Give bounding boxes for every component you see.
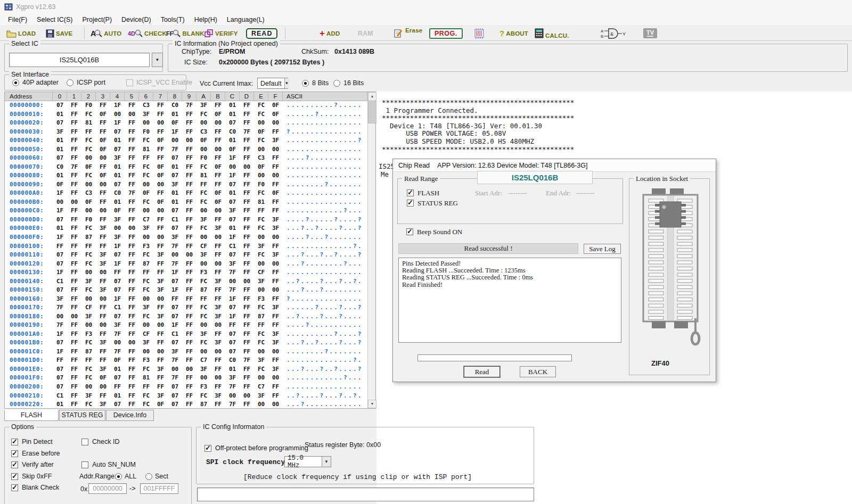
hex-byte-cell[interactable]: 0F xyxy=(139,189,153,198)
hex-byte-cell[interactable]: FF xyxy=(240,365,254,374)
hex-byte-cell[interactable]: FF xyxy=(125,286,139,295)
hex-byte-cell[interactable]: FF xyxy=(268,198,283,207)
hex-byte-cell[interactable]: FF xyxy=(182,268,196,277)
hex-byte-cell[interactable]: 3F xyxy=(96,365,110,374)
hex-byte-cell[interactable]: 00 xyxy=(67,312,81,321)
hex-ascii-cell[interactable]: ............?... xyxy=(283,206,367,216)
hex-byte-cell[interactable]: 07 xyxy=(53,216,67,225)
hex-byte-cell[interactable]: FF xyxy=(96,277,110,286)
hex-byte-cell[interactable]: FF xyxy=(125,268,139,277)
hex-byte-cell[interactable]: 1F xyxy=(110,242,125,251)
hex-byte-cell[interactable]: 07 xyxy=(168,338,182,348)
hex-byte-cell[interactable]: 07 xyxy=(110,400,125,409)
hex-byte-cell[interactable]: FF xyxy=(67,216,81,225)
hex-byte-cell[interactable]: 01 xyxy=(225,365,240,374)
hex-byte-cell[interactable]: 00 xyxy=(240,392,254,401)
hex-byte-cell[interactable]: 0F xyxy=(96,374,110,383)
hex-byte-cell[interactable]: C0 xyxy=(168,101,182,110)
hex-byte-cell[interactable]: FF xyxy=(211,383,225,392)
hex-byte-cell[interactable]: FF xyxy=(240,260,254,269)
hex-byte-cell[interactable]: FF xyxy=(211,400,225,409)
hex-byte-cell[interactable]: FF xyxy=(153,128,168,137)
hex-byte-cell[interactable]: 01 xyxy=(225,224,240,233)
hex-byte-cell[interactable]: 00 xyxy=(254,286,268,295)
logic-test-button[interactable]: A B & Y xyxy=(601,26,627,40)
hex-byte-cell[interactable]: 00 xyxy=(153,119,168,128)
hex-byte-cell[interactable]: FC xyxy=(139,198,153,207)
hex-byte-cell[interactable]: FF xyxy=(240,374,254,383)
hex-byte-cell[interactable]: 3F xyxy=(196,251,211,260)
hex-byte-cell[interactable]: FF xyxy=(182,216,196,225)
hex-byte-cell[interactable]: CF xyxy=(196,242,211,251)
hex-byte-cell[interactable]: 07 xyxy=(110,128,125,137)
hex-byte-cell[interactable]: FF xyxy=(153,242,168,251)
hex-byte-cell[interactable]: FF xyxy=(67,383,81,392)
hex-byte-cell[interactable]: FF xyxy=(125,242,139,251)
hex-byte-cell[interactable]: 3F xyxy=(96,400,110,409)
hex-byte-cell[interactable]: FF xyxy=(240,303,254,312)
ic-name-combo[interactable]: IS25LQ016B xyxy=(9,53,150,67)
hex-byte-cell[interactable]: 3F xyxy=(268,224,283,233)
hex-byte-cell[interactable]: FF xyxy=(96,348,110,357)
hex-byte-cell[interactable]: 3F xyxy=(268,330,283,339)
hex-byte-cell[interactable]: FC xyxy=(81,171,96,180)
hex-byte-cell[interactable]: FF xyxy=(268,383,283,392)
hex-byte-cell[interactable]: F0 xyxy=(196,154,211,163)
hex-byte-cell[interactable]: 00 xyxy=(139,180,153,189)
hex-byte-cell[interactable]: FF xyxy=(182,128,196,137)
hex-byte-cell[interactable]: 00 xyxy=(196,145,211,154)
hex-byte-cell[interactable]: FF xyxy=(254,206,268,216)
hex-byte-cell[interactable]: 07 xyxy=(225,251,240,260)
hex-byte-cell[interactable]: 07 xyxy=(168,206,182,216)
hex-byte-cell[interactable]: FF xyxy=(67,119,81,128)
hex-byte-cell[interactable]: FF xyxy=(153,330,168,339)
hex-byte-cell[interactable]: FF xyxy=(125,198,139,207)
hex-byte-cell[interactable]: FC xyxy=(196,312,211,321)
hex-byte-cell[interactable]: FC xyxy=(254,365,268,374)
hex-byte-cell[interactable]: 00 xyxy=(196,260,211,269)
hex-byte-cell[interactable]: 0F xyxy=(211,163,225,172)
hex-byte-cell[interactable]: 1F xyxy=(168,286,182,295)
hex-byte-cell[interactable]: 00 xyxy=(254,400,268,409)
hex-byte-cell[interactable]: FF xyxy=(125,356,139,365)
hex-byte-cell[interactable]: FF xyxy=(125,400,139,409)
hex-byte-cell[interactable]: FF xyxy=(153,189,168,198)
hex-byte-cell[interactable]: FF xyxy=(125,277,139,286)
hex-byte-cell[interactable]: 00 xyxy=(196,119,211,128)
hex-byte-cell[interactable]: FF xyxy=(67,145,81,154)
hex-ascii-cell[interactable]: ................ xyxy=(283,198,367,207)
hex-byte-cell[interactable]: FF xyxy=(240,136,254,145)
hex-byte-cell[interactable]: 3F xyxy=(211,392,225,401)
hex-byte-cell[interactable]: FF xyxy=(96,119,110,128)
hex-byte-cell[interactable]: FF xyxy=(182,330,196,339)
hex-byte-cell[interactable]: 00 xyxy=(168,365,182,374)
hex-byte-cell[interactable]: FF xyxy=(211,128,225,137)
hex-byte-cell[interactable]: FF xyxy=(211,268,225,277)
about-button[interactable]: ? ABOUT xyxy=(499,26,528,40)
hex-byte-cell[interactable]: 3F xyxy=(211,312,225,321)
hex-byte-cell[interactable]: FF xyxy=(182,295,196,304)
hex-byte-cell[interactable]: FF xyxy=(67,392,81,401)
hex-byte-cell[interactable]: 3F xyxy=(153,365,168,374)
hex-byte-cell[interactable]: 0F xyxy=(81,198,96,207)
hex-byte-cell[interactable]: FF xyxy=(268,154,283,163)
hex-byte-cell[interactable]: FC xyxy=(196,277,211,286)
hex-byte-cell[interactable]: FF xyxy=(139,268,153,277)
hex-byte-cell[interactable]: 3F xyxy=(268,365,283,374)
hex-byte-cell[interactable]: FF xyxy=(182,242,196,251)
hex-byte-cell[interactable]: 7F xyxy=(110,348,125,357)
verify-after-checkbox[interactable] xyxy=(11,461,18,468)
hex-byte-cell[interactable]: 3F xyxy=(254,277,268,286)
hex-byte-cell[interactable]: 00 xyxy=(168,136,182,145)
hex-byte-cell[interactable]: FF xyxy=(268,128,283,137)
hex-byte-cell[interactable]: F3 xyxy=(254,295,268,304)
hex-byte-cell[interactable]: 0F xyxy=(153,171,168,180)
hex-byte-cell[interactable]: 1F xyxy=(53,348,67,357)
hex-byte-cell[interactable]: 81 xyxy=(139,145,153,154)
hex-byte-cell[interactable]: 07 xyxy=(225,348,240,357)
hex-byte-cell[interactable]: F0 xyxy=(139,128,153,137)
hex-byte-cell[interactable]: 3F xyxy=(110,154,125,163)
ram-button[interactable]: RAM xyxy=(358,26,373,40)
hex-byte-cell[interactable]: 01 xyxy=(53,145,67,154)
hex-byte-cell[interactable]: 3F xyxy=(81,392,96,401)
